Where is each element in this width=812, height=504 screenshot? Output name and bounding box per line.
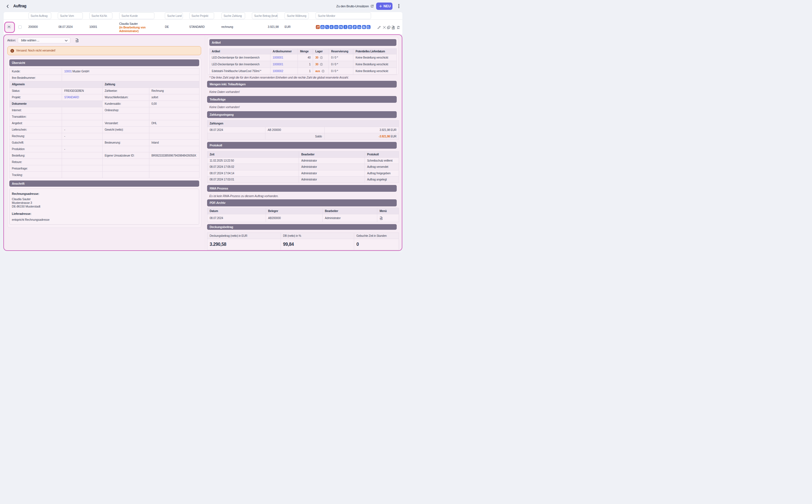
svg-text:PDF: PDF [380,218,382,219]
svg-text:PDF: PDF [75,40,78,42]
svg-text:PDF: PDF [391,28,394,29]
